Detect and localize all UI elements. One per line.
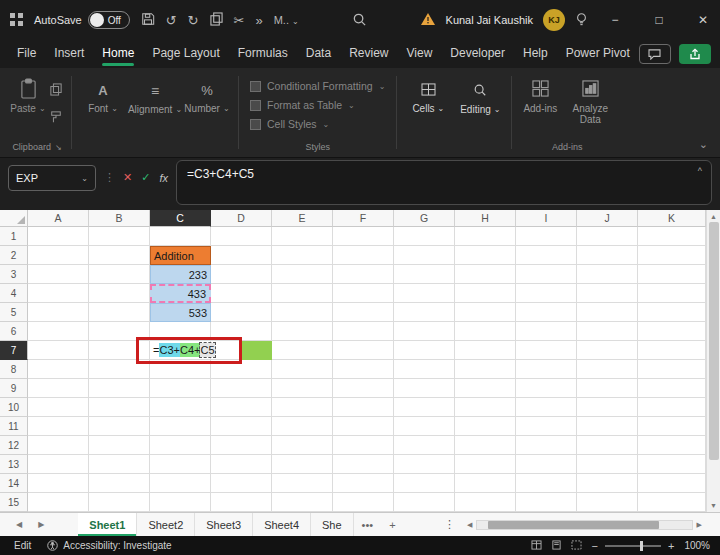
number-menu-button[interactable]: % Number⌄ bbox=[181, 70, 233, 157]
clipboard-dialog-launcher-icon[interactable]: ↘ bbox=[55, 143, 62, 152]
cell-F4[interactable] bbox=[333, 284, 394, 303]
cell-C3[interactable]: 233 bbox=[150, 265, 211, 284]
cell-G9[interactable] bbox=[394, 379, 455, 398]
accessibility-status[interactable]: Accessibility: Investigate bbox=[47, 540, 171, 551]
cell-styles-button[interactable]: Cell Styles ⌄ bbox=[250, 118, 385, 130]
cell-I4[interactable] bbox=[516, 284, 577, 303]
tab-overflow-icon[interactable]: ••• bbox=[354, 519, 382, 531]
cell-B11[interactable] bbox=[89, 417, 150, 436]
zoom-slider[interactable]: − + bbox=[592, 540, 675, 552]
cell-E5[interactable] bbox=[272, 303, 333, 322]
select-all-corner[interactable] bbox=[0, 210, 28, 227]
menu-review[interactable]: Review bbox=[340, 41, 397, 67]
cell-K9[interactable] bbox=[638, 379, 706, 398]
menu-power-pivot[interactable]: Power Pivot bbox=[557, 41, 639, 67]
column-header-A[interactable]: A bbox=[28, 210, 89, 227]
cut-icon[interactable]: ✂ bbox=[234, 14, 245, 27]
column-header-H[interactable]: H bbox=[455, 210, 516, 227]
cell-K14[interactable] bbox=[638, 474, 706, 493]
cell-B5[interactable] bbox=[89, 303, 150, 322]
search-icon[interactable] bbox=[352, 12, 367, 29]
cell-G2[interactable] bbox=[394, 246, 455, 265]
cell-D4[interactable] bbox=[211, 284, 272, 303]
cell-K10[interactable] bbox=[638, 398, 706, 417]
cell-D5[interactable] bbox=[211, 303, 272, 322]
cell-H8[interactable] bbox=[455, 360, 516, 379]
sheet-tab-she[interactable]: She bbox=[311, 513, 354, 536]
avatar[interactable]: KJ bbox=[543, 9, 565, 31]
redo-icon[interactable]: ↻ bbox=[188, 14, 199, 27]
cell-F6[interactable] bbox=[333, 322, 394, 341]
cell-A3[interactable] bbox=[28, 265, 89, 284]
user-name[interactable]: Kunal Jai Kaushik bbox=[446, 14, 533, 26]
cell-J12[interactable] bbox=[577, 436, 638, 455]
row-header-9[interactable]: 9 bbox=[0, 379, 28, 398]
paste-button[interactable]: Paste ⌄ bbox=[8, 70, 48, 142]
cell-G7[interactable] bbox=[394, 341, 455, 360]
cell-A11[interactable] bbox=[28, 417, 89, 436]
cell-H13[interactable] bbox=[455, 455, 516, 474]
cell-H14[interactable] bbox=[455, 474, 516, 493]
column-header-J[interactable]: J bbox=[577, 210, 638, 227]
page-break-view-icon[interactable] bbox=[571, 540, 582, 552]
cell-B13[interactable] bbox=[89, 455, 150, 474]
row-header-10[interactable]: 10 bbox=[0, 398, 28, 417]
cells-menu-button[interactable]: Cells⌄ bbox=[402, 70, 454, 157]
cell-C9[interactable] bbox=[150, 379, 211, 398]
cell-K4[interactable] bbox=[638, 284, 706, 303]
horizontal-scrollbar[interactable]: ⋮ ◀ ▶ bbox=[444, 519, 706, 531]
cell-C15[interactable] bbox=[150, 493, 211, 512]
cell-J6[interactable] bbox=[577, 322, 638, 341]
cell-C2[interactable]: Addition bbox=[150, 246, 211, 265]
cell-D2[interactable] bbox=[211, 246, 272, 265]
cell-J10[interactable] bbox=[577, 398, 638, 417]
cell-A10[interactable] bbox=[28, 398, 89, 417]
cell-B14[interactable] bbox=[89, 474, 150, 493]
zoom-thumb[interactable] bbox=[640, 541, 643, 551]
horizontal-scroll-track[interactable] bbox=[476, 520, 692, 530]
analyze-data-button[interactable]: Analyze Data bbox=[563, 70, 617, 142]
cell-F9[interactable] bbox=[333, 379, 394, 398]
cell-G3[interactable] bbox=[394, 265, 455, 284]
undo-icon[interactable]: ↺ bbox=[166, 14, 177, 27]
formula-input[interactable]: =C3+C4+C5 ^ bbox=[176, 160, 712, 205]
cell-I9[interactable] bbox=[516, 379, 577, 398]
cell-G12[interactable] bbox=[394, 436, 455, 455]
cell-H10[interactable] bbox=[455, 398, 516, 417]
cell-F14[interactable] bbox=[333, 474, 394, 493]
scroll-left-icon[interactable]: ◀ bbox=[463, 521, 476, 529]
row-header-1[interactable]: 1 bbox=[0, 227, 28, 246]
cell-E11[interactable] bbox=[272, 417, 333, 436]
cell-A4[interactable] bbox=[28, 284, 89, 303]
cell-F12[interactable] bbox=[333, 436, 394, 455]
format-as-table-button[interactable]: Format as Table ⌄ bbox=[250, 99, 385, 111]
cell-J8[interactable] bbox=[577, 360, 638, 379]
save-icon[interactable] bbox=[141, 12, 155, 28]
cell-K2[interactable] bbox=[638, 246, 706, 265]
cell-J15[interactable] bbox=[577, 493, 638, 512]
zoom-out-icon[interactable]: − bbox=[592, 540, 598, 552]
row-header-4[interactable]: 4 bbox=[0, 284, 28, 303]
column-header-K[interactable]: K bbox=[638, 210, 706, 227]
cell-H2[interactable] bbox=[455, 246, 516, 265]
cell-A13[interactable] bbox=[28, 455, 89, 474]
conditional-formatting-button[interactable]: Conditional Formatting ⌄ bbox=[250, 80, 385, 92]
cell-A6[interactable] bbox=[28, 322, 89, 341]
cell-K7[interactable] bbox=[638, 341, 706, 360]
name-box[interactable]: EXP ⌄ bbox=[8, 165, 96, 191]
menu-file[interactable]: File bbox=[8, 41, 45, 67]
page-layout-view-icon[interactable] bbox=[551, 540, 562, 552]
cell-D11[interactable] bbox=[211, 417, 272, 436]
minimize-button[interactable]: − bbox=[598, 0, 632, 40]
cell-B4[interactable] bbox=[89, 284, 150, 303]
customize-toolbar-button[interactable]: M.. ⌄ bbox=[274, 15, 299, 26]
cell-I11[interactable] bbox=[516, 417, 577, 436]
enter-formula-icon[interactable]: ✓ bbox=[141, 171, 150, 184]
cell-C10[interactable] bbox=[150, 398, 211, 417]
cell-H1[interactable] bbox=[455, 227, 516, 246]
cell-E8[interactable] bbox=[272, 360, 333, 379]
cell-A9[interactable] bbox=[28, 379, 89, 398]
scroll-up-icon[interactable]: ▲ bbox=[710, 210, 717, 222]
maximize-button[interactable]: □ bbox=[642, 0, 676, 40]
cell-J2[interactable] bbox=[577, 246, 638, 265]
